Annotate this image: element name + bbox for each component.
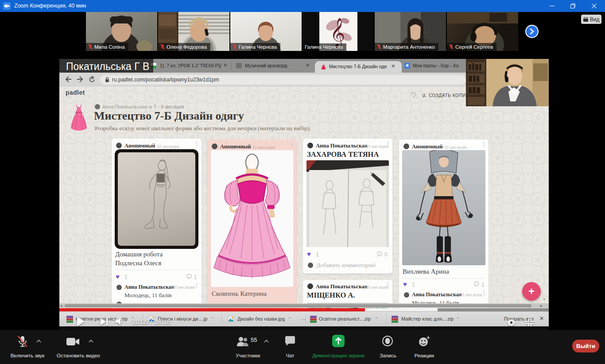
view-button[interactable]: Вид [581,15,601,24]
add-comment-field[interactable]: Добавить комментарий [316,262,376,269]
forward-icon[interactable] [77,76,84,82]
volume-icon[interactable] [116,318,124,325]
zip-file-icon [392,316,398,323]
comment-menu-icon[interactable]: ⋮ [481,292,487,294]
record-icon [382,335,393,347]
back-icon[interactable] [65,76,72,82]
card-author: Анонимный [124,143,155,149]
comment-menu-icon[interactable]: ⋮ [194,284,199,286]
like-heart-icon[interactable]: ♥ [403,280,407,288]
participants-options-chevron[interactable] [264,340,269,343]
card-text-line2: Подлесна Олеся [115,259,161,267]
tab3-favicon [236,63,242,68]
lock-icon [105,77,109,82]
reload-icon[interactable] [89,76,95,83]
unmute-button[interactable] [16,335,29,349]
participant-name-label: Мила Сопіна [86,43,128,51]
comment-bubble-icon[interactable]: 🗩 [376,251,383,258]
participants-button[interactable] [236,336,250,347]
download-item[interactable]: Дизайн без назви.jpg [237,316,286,321]
board-author-avatar [95,104,100,109]
card-menu-icon[interactable]: ⋮ [385,283,391,285]
close-button[interactable] [583,0,605,12]
card-author: Анонимный [412,143,443,150]
download-chevron-icon[interactable]: ⌃ [375,317,378,321]
exit-fullscreen-icon[interactable] [526,318,534,327]
add-post-fab[interactable]: + [522,282,541,301]
comment-bubble-icon[interactable]: 🗩 [473,281,480,288]
card-menu-icon[interactable]: ⋮ [194,143,199,144]
download-chevron-icon[interactable]: ⌃ [288,317,291,321]
horizontal-scrollbar[interactable]: ◂ ▸ [59,303,549,308]
board-dress-icon [70,103,88,132]
restore-button[interactable] [562,0,583,12]
participant-tile-3[interactable]: Галина Чернєва [230,12,302,51]
like-heart-icon[interactable]: ♥ [116,273,120,280]
stop-video-label: Остановить видео [57,353,100,358]
participant-tile-5[interactable]: Маргарита Антоненко [375,12,446,51]
participant-name-label: Галина Чернєва [302,43,346,51]
tab4-close-icon[interactable]: ✕ [391,63,395,69]
comment-count: 0 [384,252,388,258]
download-item[interactable]: Освітня реальніст....zip [319,316,372,321]
card-image[interactable] [306,160,389,247]
reactions-button[interactable] [418,335,430,348]
page-chevron-down-icon[interactable]: ⌄ [542,295,546,301]
browser-tab[interactable]: Мои пазлы - Хор - Хор [413,63,459,68]
browser-tab[interactable]: 1). 7 кл. УРОК 1-2 "ПІСНІ РІДН [160,63,221,68]
video-progress-track[interactable] [59,308,549,311]
participant-tile-2[interactable]: Олена Федорова [158,12,229,51]
tab3-close-icon[interactable]: ✕ [306,62,310,68]
participants-count: 55 [251,337,257,343]
card-image[interactable] [402,150,485,265]
stop-video-button[interactable] [66,337,81,347]
video-options-chevron[interactable] [89,340,93,343]
card-menu-icon[interactable]: ⋮ [385,143,391,144]
next-participants-arrow-button[interactable] [525,25,539,38]
download-item[interactable]: Майстер клас для....zip [401,316,454,321]
comment-author: Анна Покатыльская [412,291,462,298]
scrollbar-thumb[interactable] [65,304,531,307]
download-chevron-icon[interactable]: ⌃ [456,317,460,321]
next-track-button[interactable] [101,318,109,325]
comment-bubble-icon[interactable]: 🗩 [186,273,192,280]
url-field[interactable]: ru.padlet.com/pocatilska/lqxwny1u23w1d1p… [100,75,466,85]
player-chevron-down-icon[interactable]: ⌄ [301,314,306,321]
favorite-heart-icon[interactable]: ♡ [411,91,416,99]
chat-button[interactable] [284,336,296,347]
browser-tab[interactable]: Музичний кросворд [245,63,287,68]
participant-tile-6[interactable]: Сергей Сергеев [447,12,518,51]
browser-tab-active[interactable]: Мистецтво 7-Б Дизайн одягу ✕ [315,61,402,73]
participant-tile-1[interactable]: Мила Сопіна [86,12,157,51]
card-image[interactable] [115,149,198,249]
play-button[interactable] [76,316,85,327]
card-menu-icon[interactable]: ⋮ [481,143,487,145]
minimize-button[interactable] [542,0,562,12]
zoom-app-icon [3,2,11,10]
card-caption: Сковпень Катерина [212,290,267,298]
tab2-close-icon[interactable]: ✕ [223,62,227,68]
record-button[interactable] [382,335,393,347]
settings-gear-icon[interactable] [508,319,515,326]
share-letterbox [59,326,549,330]
mic-options-chevron[interactable] [36,340,41,343]
share-screen-button[interactable] [332,335,345,347]
tab5-favicon: ✱ [404,63,410,69]
like-heart-icon[interactable]: ♥ [307,250,311,258]
scroll-left-arrow[interactable]: ◂ [60,304,62,308]
download-chevron-icon[interactable]: ⌃ [211,317,214,321]
make-copy-button[interactable]: СОЗДАТЬ КОПИЮ [422,93,471,98]
padlet-logo: padlet [66,89,85,96]
card-author-avatar [307,143,313,148]
card-menu-icon[interactable]: ⋮ [289,143,295,145]
padlet-card-3: Анна Покатыльская 10 месяцев ⋮ ЗАХАРОВА … [303,139,392,274]
downloads-separator [221,314,222,325]
card-image[interactable] [211,150,293,287]
scroll-right-arrow[interactable]: ▸ [540,304,542,308]
like-count: 1 [124,274,128,280]
leave-button[interactable]: Выйти [572,340,599,352]
downloads-close-icon[interactable]: ✕ [539,315,544,321]
muted-mic-icon [88,44,93,50]
participant-tile-4[interactable]: 𝄞 Галина Чернєва [302,12,374,51]
chat-label: Чат [286,353,294,358]
